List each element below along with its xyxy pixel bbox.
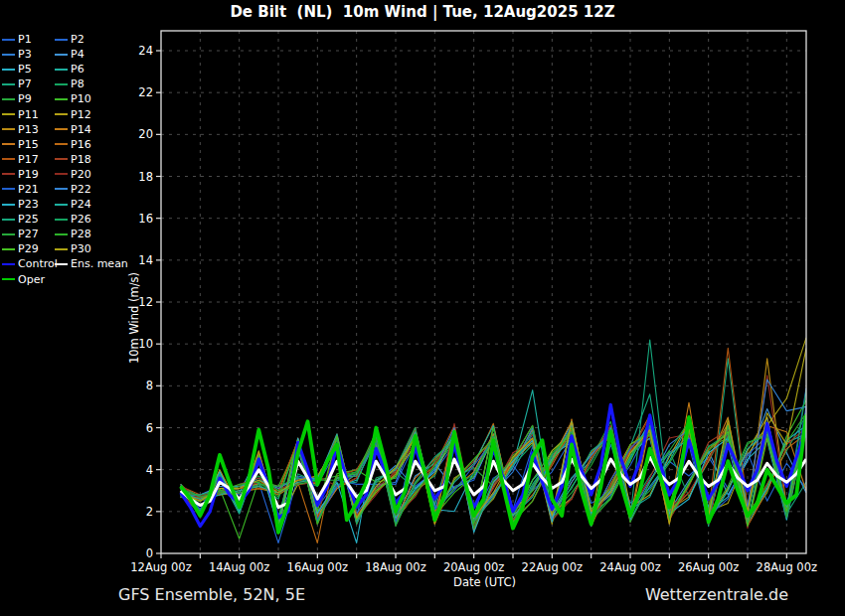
y-tick-label: 2 xyxy=(146,505,153,519)
x-tick-label: 26Aug 00z xyxy=(678,560,739,574)
chart-canvas: De Bilt (NL) 10m Wind | Tue, 12Aug2025 1… xyxy=(0,0,845,616)
footer-model-label: GFS Ensemble, 52N, 5E xyxy=(118,585,305,604)
footer-watermark: Wetterzentrale.de xyxy=(527,585,788,604)
x-tick-label: 20Aug 00z xyxy=(443,560,504,574)
x-tick-label: 18Aug 00z xyxy=(365,560,425,574)
x-tick-label: 12Aug 00z xyxy=(130,560,191,574)
x-tick-label: 28Aug 00z xyxy=(757,560,817,574)
oper-line xyxy=(181,415,806,533)
y-tick-label: 0 xyxy=(146,546,153,560)
y-axis-label: 10m Wind (m/s) xyxy=(127,253,141,383)
y-tick-label: 8 xyxy=(146,379,153,392)
y-tick-label: 20 xyxy=(138,127,153,141)
y-tick-label: 18 xyxy=(138,170,153,184)
x-tick-label: 24Aug 00z xyxy=(599,560,660,574)
x-tick-label: 22Aug 00z xyxy=(522,560,583,574)
y-tick-label: 4 xyxy=(146,463,153,477)
y-tick-label: 6 xyxy=(146,421,153,435)
y-tick-label: 24 xyxy=(138,44,153,58)
y-tick-label: 22 xyxy=(138,85,153,99)
x-tick-label: 14Aug 00z xyxy=(209,560,269,574)
x-tick-label: 16Aug 00z xyxy=(287,560,348,574)
ensemble-lines-group xyxy=(181,338,806,543)
y-tick-label: 16 xyxy=(138,212,153,226)
